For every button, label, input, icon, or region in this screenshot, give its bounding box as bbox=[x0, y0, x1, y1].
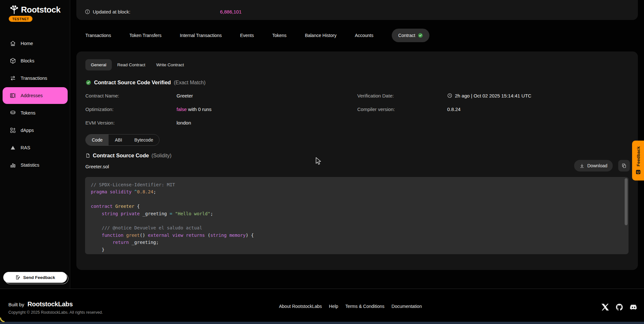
sidebar-item-dapps[interactable]: dApps bbox=[0, 122, 70, 139]
source-code-viewer: // SPDX-License-Identifier: MITpragma so… bbox=[85, 177, 629, 254]
code-line: contract Greeter { bbox=[91, 203, 623, 210]
sidebar-item-ras[interactable]: RAS bbox=[0, 139, 70, 156]
feedback-chat-icon bbox=[635, 169, 641, 175]
sidebar-nav: HomeBlocksTransactionsAddressesTokensdAp… bbox=[0, 35, 70, 174]
segment-code[interactable]: Code bbox=[86, 134, 109, 145]
sidebar: Rootstock TESTNET HomeBlocksTransactions… bbox=[0, 0, 70, 292]
code-line: string private _greeting = "Hello world"… bbox=[91, 210, 623, 217]
send-feedback-label: Send Feedback bbox=[23, 275, 55, 280]
tab-tokens[interactable]: Tokens bbox=[272, 33, 286, 38]
code-scrollbar-thumb[interactable] bbox=[625, 178, 628, 225]
edit-note-icon bbox=[15, 275, 20, 280]
segment-bytecode[interactable]: Bytecode bbox=[128, 134, 159, 145]
check-circle-icon bbox=[86, 80, 91, 85]
code-line: /// @notice Devuelve el saludo actual bbox=[91, 224, 623, 231]
footer: Built by RootstockLabs Copyright © 2025 … bbox=[0, 289, 644, 322]
copyright-text: Copyright © 2025 RootstockLabs. All righ… bbox=[8, 310, 103, 315]
apps-grid-icon bbox=[10, 127, 16, 134]
contact-card-icon bbox=[10, 92, 16, 99]
updated-at-block-label: Updated at block: bbox=[93, 9, 130, 14]
triangle-icon bbox=[10, 144, 16, 151]
page: Rootstock TESTNET HomeBlocksTransactions… bbox=[0, 0, 644, 324]
download-label: Download bbox=[587, 163, 607, 168]
contract-subtabs: GeneralRead ContractWrite Contract bbox=[85, 59, 189, 70]
detail-evm-version: EVM Version:london bbox=[85, 116, 211, 129]
download-button[interactable]: Download bbox=[574, 160, 613, 171]
brand-logo[interactable]: Rootstock bbox=[9, 5, 61, 15]
brand-name: Rootstock bbox=[21, 5, 61, 15]
discord-icon[interactable] bbox=[630, 303, 638, 311]
source-code-language: (Solidity) bbox=[151, 153, 171, 159]
check-circle-icon bbox=[418, 33, 423, 38]
sidebar-item-addresses[interactable]: Addresses bbox=[3, 87, 68, 104]
tab-internal-transactions[interactable]: Internal Transactions bbox=[180, 33, 222, 38]
block-number-link[interactable]: 6,886,101 bbox=[220, 9, 242, 14]
subtab-general[interactable]: General bbox=[85, 59, 112, 70]
footer-links: About RootstockLabsHelpTerms & Condition… bbox=[279, 304, 422, 309]
coin-icon bbox=[10, 110, 16, 116]
testnet-badge: TESTNET bbox=[9, 16, 33, 22]
segment-abi[interactable]: ABI bbox=[109, 134, 128, 145]
footer-link-documentation[interactable]: Documentation bbox=[391, 304, 422, 309]
clock-icon bbox=[447, 93, 452, 98]
sidebar-item-transactions[interactable]: Transactions bbox=[0, 69, 70, 87]
tab-transactions[interactable]: Transactions bbox=[85, 33, 111, 38]
rootstocklabs-wordmark[interactable]: RootstockLabs bbox=[27, 301, 73, 308]
download-icon bbox=[580, 163, 584, 168]
code-line bbox=[91, 217, 623, 224]
send-feedback-button[interactable]: Send Feedback bbox=[3, 272, 67, 283]
subtab-read-contract[interactable]: Read Contract bbox=[112, 59, 151, 70]
source-filename: Greeter.sol bbox=[85, 164, 109, 169]
tab-token-transfers[interactable]: Token Transfers bbox=[130, 33, 162, 38]
feedback-side-tab[interactable]: Feedback bbox=[632, 141, 644, 181]
tab-balance-history[interactable]: Balance History bbox=[305, 33, 336, 38]
footer-link-about-rootstocklabs[interactable]: About RootstockLabs bbox=[279, 304, 322, 309]
detail-contract-name: Contract Name:Greeter bbox=[85, 89, 211, 102]
sidebar-item-statistics[interactable]: Statistics bbox=[0, 156, 70, 174]
subtab-write-contract[interactable]: Write Contract bbox=[151, 59, 189, 70]
source-code-text: // SPDX-License-Identifier: MITpragma so… bbox=[85, 177, 629, 254]
home-icon bbox=[10, 40, 16, 47]
code-line: pragma solidity ^0.8.24; bbox=[91, 188, 623, 195]
info-icon bbox=[85, 9, 90, 14]
tab-accounts[interactable]: Accounts bbox=[355, 33, 373, 38]
contract-details-left: Contract Name:GreeterOptimization:false … bbox=[85, 89, 211, 129]
sidebar-item-tokens[interactable]: Tokens bbox=[0, 104, 70, 122]
footer-link-terms-conditions[interactable]: Terms & Conditions bbox=[345, 304, 384, 309]
copy-icon bbox=[621, 163, 627, 168]
code-abi-bytecode-toggle: CodeABIBytecode bbox=[85, 134, 159, 146]
built-by-label: Built by bbox=[8, 302, 24, 307]
detail-compiler-version: Compiler version:0.8.24 bbox=[357, 102, 531, 116]
updated-block-card: Updated at block: 6,886,101 bbox=[76, 0, 638, 20]
tab-events[interactable]: Events bbox=[240, 33, 254, 38]
footer-link-help[interactable]: Help bbox=[329, 304, 338, 309]
source-code-title: Contract Source Code bbox=[93, 153, 149, 159]
sidebar-item-home[interactable]: Home bbox=[0, 35, 70, 52]
contract-panel: GeneralRead ContractWrite Contract Contr… bbox=[76, 51, 638, 270]
code-line: } bbox=[91, 246, 623, 253]
desktop-strip bbox=[0, 322, 644, 324]
x-logo-icon[interactable] bbox=[601, 303, 609, 311]
tab-contract[interactable]: Contract bbox=[392, 29, 429, 42]
rootstock-logo-icon bbox=[9, 5, 19, 15]
code-line bbox=[91, 196, 623, 203]
verified-heading: Contract Source Code Verified (Exact Mat… bbox=[86, 79, 206, 86]
code-line: // SPDX-License-Identifier: MIT bbox=[91, 181, 623, 188]
source-code-heading: Contract Source Code (Solidity) bbox=[85, 153, 171, 159]
document-icon bbox=[85, 153, 90, 158]
sidebar-item-blocks[interactable]: Blocks bbox=[0, 52, 70, 69]
cube-icon bbox=[10, 58, 16, 64]
footer-social bbox=[601, 303, 638, 311]
code-line: function greet() external view returns (… bbox=[91, 232, 623, 239]
detail-optimization: Optimization:false with 0 runs bbox=[85, 102, 211, 116]
verified-note: (Exact Match) bbox=[174, 80, 206, 86]
copy-code-button[interactable] bbox=[618, 160, 630, 171]
address-tabs: TransactionsToken TransfersInternal Tran… bbox=[85, 29, 429, 42]
bar-chart-icon bbox=[10, 162, 16, 168]
detail-verification-date: Verification Date:2h ago | Oct 02 2025 1… bbox=[357, 89, 531, 102]
code-line: return _greeting; bbox=[91, 239, 623, 246]
contract-details-right: Verification Date:2h ago | Oct 02 2025 1… bbox=[357, 89, 531, 116]
verified-title: Contract Source Code Verified bbox=[94, 79, 171, 86]
feedback-tab-label: Feedback bbox=[636, 146, 640, 166]
github-icon[interactable] bbox=[615, 303, 623, 311]
